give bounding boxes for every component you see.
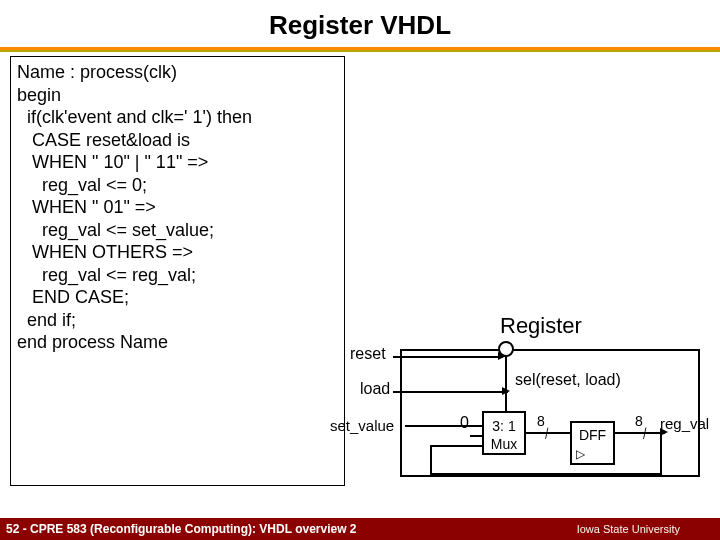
feedback-vwire-l: [430, 445, 432, 475]
feedback-vwire-r: [660, 432, 662, 474]
page-title: Register VHDL: [0, 0, 720, 41]
feedback-hwire: [430, 473, 662, 475]
sel-vwire: [505, 357, 507, 412]
setvalue-label: set_value: [330, 417, 394, 434]
reset-wire: [393, 356, 503, 358]
diagram-title: Register: [500, 313, 582, 339]
mux-line2: Mux: [484, 435, 524, 453]
sel-label: sel(reset, load): [515, 371, 621, 389]
zero-wire: [470, 435, 484, 437]
clock-triangle-icon: ▷: [576, 447, 585, 461]
dff-block: DFF ▷: [570, 421, 615, 465]
feedback-into-mux: [430, 445, 484, 447]
mux-line1: 3: 1: [484, 417, 524, 435]
divider: [0, 47, 720, 52]
dff-out-wire: [615, 432, 665, 434]
vhdl-code-block: Name : process(clk) begin if(clk'event a…: [10, 56, 345, 486]
setval-wire: [405, 425, 483, 427]
load-wire: [393, 391, 508, 393]
register-diagram: Register reset load set_value sel(reset,…: [330, 301, 710, 501]
footer-right: Iowa State University: [577, 518, 680, 540]
register-outline: [400, 349, 700, 477]
footer-bar: 52 - CPRE 583 (Reconfigurable Computing)…: [0, 518, 720, 540]
mux-block: 3: 1 Mux: [482, 411, 526, 455]
footer-left: 52 - CPRE 583 (Reconfigurable Computing)…: [6, 518, 357, 540]
load-label: load: [360, 380, 390, 398]
zero-label: 0: [460, 414, 469, 432]
dff-label: DFF: [572, 427, 613, 443]
reset-label: reset: [350, 345, 386, 363]
content-area: Name : process(clk) begin if(clk'event a…: [0, 56, 720, 496]
